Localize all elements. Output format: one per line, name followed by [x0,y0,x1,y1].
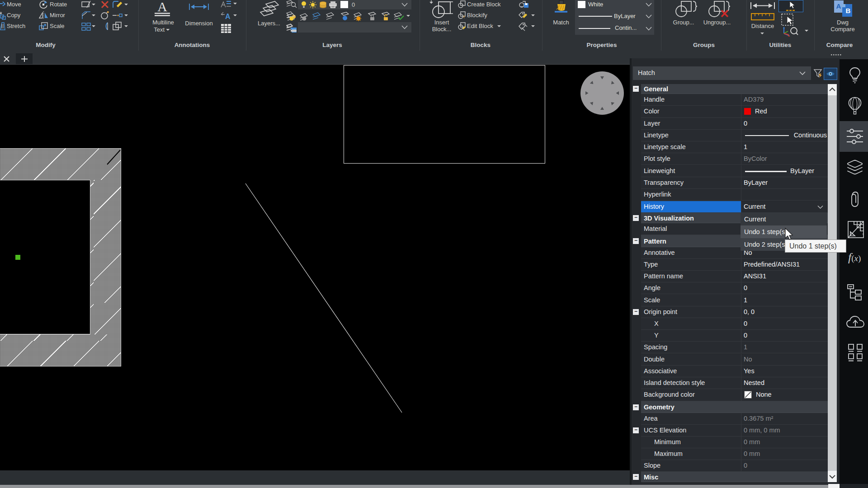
svg-text:A: A [836,2,841,10]
svg-text:A: A [157,0,167,14]
svg-text:B: B [846,7,851,14]
svg-text:A: A [225,13,231,20]
